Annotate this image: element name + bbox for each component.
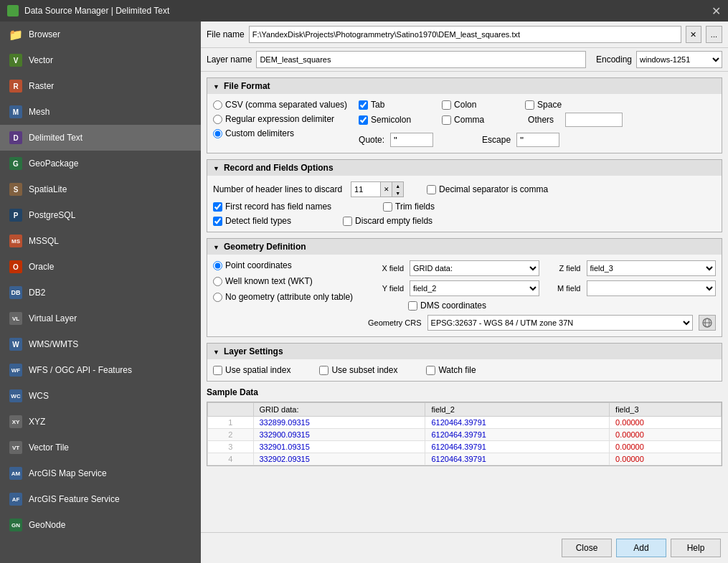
- sidebar-item-postgresql[interactable]: P PostgreSQL: [0, 202, 201, 228]
- sidebar-item-wcs[interactable]: WC WCS: [0, 383, 201, 409]
- custom-radio-item[interactable]: Custom delimiters: [213, 128, 347, 138]
- add-button[interactable]: Add: [616, 539, 666, 557]
- others-label: Others: [528, 115, 554, 125]
- layer-name-input[interactable]: [256, 51, 586, 68]
- no-geom-radio[interactable]: [213, 293, 222, 302]
- discard-empty-cb-item[interactable]: Discard empty fields: [343, 216, 432, 226]
- y-field-select[interactable]: field_2: [410, 280, 539, 296]
- table-row: 1 332899.09315 6120464.39791 0.00000: [208, 417, 722, 429]
- custom-radio[interactable]: [213, 129, 222, 138]
- detect-types-cb-item[interactable]: Detect field types: [213, 216, 291, 226]
- colon-checkbox[interactable]: [442, 100, 451, 110]
- sidebar-label-db2: DB2: [29, 288, 45, 298]
- file-name-input[interactable]: [249, 26, 681, 43]
- comma-cb-item[interactable]: Comma: [442, 115, 514, 125]
- subset-index-checkbox[interactable]: [319, 366, 328, 375]
- file-browse-button[interactable]: ...: [706, 26, 722, 43]
- sidebar-item-virtual[interactable]: VL Virtual Layer: [0, 306, 201, 331]
- sidebar-item-arcgisfeat[interactable]: AF ArcGIS Feature Service: [0, 486, 201, 512]
- trim-fields-checkbox[interactable]: [383, 202, 392, 212]
- spatial-index-cb-item[interactable]: Use spatial index: [213, 365, 290, 375]
- point-radio[interactable]: [213, 261, 222, 270]
- regex-radio[interactable]: [213, 115, 222, 124]
- point-radio-item[interactable]: Point coordinates: [213, 260, 356, 270]
- others-input[interactable]: [565, 113, 623, 127]
- comma-checkbox[interactable]: [442, 115, 451, 125]
- detect-types-checkbox[interactable]: [213, 217, 222, 226]
- dms-cb-item[interactable]: DMS coordinates: [408, 301, 486, 311]
- spinbox-up[interactable]: ▲: [392, 182, 403, 189]
- sidebar-item-oracle[interactable]: O Oracle: [0, 254, 201, 280]
- csv-radio-item[interactable]: CSV (comma separated values): [213, 100, 347, 110]
- semicolon-checkbox[interactable]: [359, 115, 368, 125]
- geometry-header[interactable]: Geometry Definition: [207, 239, 722, 255]
- header-lines-clear[interactable]: ✕: [380, 182, 392, 197]
- sidebar-label-arcgismap: ArcGIS Map Service: [29, 468, 107, 478]
- sidebar-item-mssql[interactable]: MS MSSQL: [0, 228, 201, 254]
- dms-checkbox[interactable]: [408, 301, 417, 311]
- watch-file-checkbox[interactable]: [426, 366, 435, 375]
- arcgisfeat-icon: AF: [9, 492, 23, 506]
- escape-input[interactable]: [516, 133, 559, 147]
- file-name-row: File name ✕ ...: [201, 22, 728, 48]
- spatial-index-label: Use spatial index: [225, 365, 290, 375]
- sidebar-item-wms[interactable]: W WMS/WMTS: [0, 331, 201, 357]
- encoding-select[interactable]: windows-1251: [636, 51, 722, 68]
- sidebar-item-geopackage[interactable]: G GeoPackage: [0, 151, 201, 176]
- watch-file-cb-item[interactable]: Watch file: [426, 365, 498, 375]
- close-button[interactable]: Close: [562, 539, 612, 557]
- decimal-checkbox[interactable]: [427, 185, 436, 194]
- crs-button[interactable]: [699, 315, 716, 331]
- sidebar-item-browser[interactable]: 📁 Browser: [0, 22, 201, 47]
- no-geom-radio-item[interactable]: No geometry (attribute only table): [213, 292, 356, 302]
- cell-field3: 0.00000: [610, 429, 722, 441]
- sidebar-label-wms: WMS/WMTS: [29, 339, 78, 349]
- z-field-select[interactable]: field_3: [587, 260, 717, 276]
- discard-empty-checkbox[interactable]: [343, 217, 352, 226]
- spatial-index-checkbox[interactable]: [213, 366, 222, 375]
- csv-radio[interactable]: [213, 100, 222, 110]
- subset-index-cb-item[interactable]: Use subset index: [319, 365, 397, 375]
- layer-name-label: Layer name: [207, 55, 252, 65]
- tab-checkbox[interactable]: [359, 100, 368, 110]
- sample-data-container[interactable]: GRID data: field_2 field_3 1 332899.0931…: [207, 402, 722, 466]
- wkt-radio-item[interactable]: Well known text (WKT): [213, 276, 356, 286]
- crs-select[interactable]: EPSG:32637 - WGS 84 / UTM zone 37N: [427, 315, 693, 331]
- sidebar-item-mesh[interactable]: M Mesh: [0, 99, 201, 125]
- sidebar-item-vectortile[interactable]: VT Vector Tile: [0, 435, 201, 460]
- quote-input[interactable]: [390, 133, 433, 147]
- header-lines-input[interactable]: [351, 182, 380, 197]
- space-cb-item[interactable]: Space: [525, 100, 597, 110]
- sidebar-item-geonode[interactable]: GN GeoNode: [0, 512, 201, 538]
- file-format-header[interactable]: File Format: [207, 78, 722, 94]
- first-record-cb-item[interactable]: First record has field names: [213, 202, 331, 212]
- wkt-radio[interactable]: [213, 277, 222, 286]
- regex-radio-item[interactable]: Regular expression delimiter: [213, 114, 347, 124]
- sidebar-item-wfs[interactable]: WF WFS / OGC API - Features: [0, 357, 201, 383]
- right-panel: File name ✕ ... Layer name Encoding wind…: [201, 22, 728, 563]
- close-icon[interactable]: ✕: [712, 4, 721, 18]
- decimal-cb-item[interactable]: Decimal separator is comma: [427, 184, 548, 194]
- sidebar-item-arcgismap[interactable]: AM ArcGIS Map Service: [0, 460, 201, 486]
- subset-index-label: Use subset index: [331, 365, 397, 375]
- trim-fields-cb-item[interactable]: Trim fields: [383, 202, 455, 212]
- sidebar-item-db2[interactable]: DB DB2: [0, 280, 201, 306]
- file-name-clear-button[interactable]: ✕: [686, 26, 701, 43]
- sidebar-item-delimited[interactable]: D Delimited Text: [0, 125, 201, 151]
- colon-cb-item[interactable]: Colon: [442, 100, 514, 110]
- first-record-checkbox[interactable]: [213, 202, 222, 212]
- tab-cb-item[interactable]: Tab: [359, 100, 430, 110]
- sidebar-item-xyz[interactable]: XY XYZ: [0, 409, 201, 435]
- sidebar-label-oracle: Oracle: [29, 262, 54, 272]
- layer-settings-header[interactable]: Layer Settings: [207, 344, 722, 359]
- help-button[interactable]: Help: [671, 539, 721, 557]
- sidebar-item-spatialite[interactable]: S SpatiaLite: [0, 176, 201, 202]
- sidebar-item-raster[interactable]: R Raster: [0, 73, 201, 99]
- semicolon-cb-item[interactable]: Semicolon: [359, 115, 430, 125]
- m-field-select[interactable]: [587, 280, 717, 296]
- x-field-select[interactable]: GRID data:: [410, 260, 539, 276]
- space-checkbox[interactable]: [525, 100, 534, 110]
- record-fields-header[interactable]: Record and Fields Options: [207, 160, 722, 176]
- sidebar-item-vector[interactable]: V Vector: [0, 47, 201, 73]
- spinbox-down[interactable]: ▼: [392, 189, 403, 197]
